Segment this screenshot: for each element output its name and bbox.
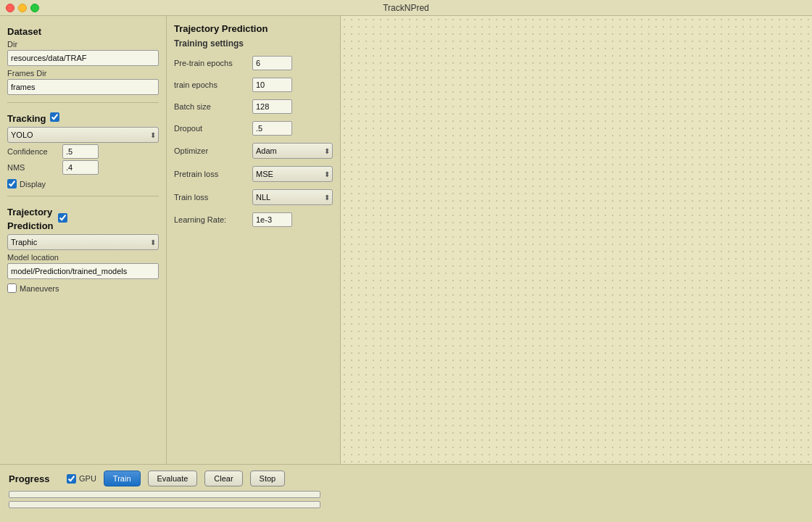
gpu-text: GPU: [79, 474, 96, 483]
train-button[interactable]: Train: [104, 471, 141, 486]
tracking-model-wrapper: YOLO SSD Faster-RCNN: [7, 127, 159, 143]
optimizer-select[interactable]: Adam SGD RMSProp: [252, 143, 333, 159]
tracking-checkbox[interactable]: [50, 112, 59, 122]
middle-panel: Trajectory Prediction Training settings …: [167, 16, 341, 464]
maximize-button[interactable]: [30, 4, 39, 12]
separator-1: [7, 102, 159, 103]
batch-size-input[interactable]: [252, 99, 292, 114]
train-epochs-input[interactable]: [252, 78, 292, 92]
optimizer-wrapper: Adam SGD RMSProp: [252, 143, 333, 159]
confidence-label: Confidence: [7, 147, 58, 156]
tracking-header: Tracking: [7, 110, 159, 124]
display-checkbox[interactable]: [7, 179, 17, 188]
dropout-input[interactable]: [252, 121, 292, 136]
confidence-input[interactable]: [62, 144, 99, 159]
pretrain-loss-wrapper: MSE MAE BCE: [252, 166, 333, 182]
pretrain-loss-select[interactable]: MSE MAE BCE: [252, 166, 333, 182]
dataset-section: Dataset Dir Frames Dir: [7, 23, 159, 95]
clear-button[interactable]: Clear: [204, 471, 242, 486]
pretrain-loss-row: Pretrain loss MSE MAE BCE: [174, 166, 333, 182]
maneuvers-label[interactable]: Maneuvers: [7, 283, 159, 293]
window-controls[interactable]: [6, 4, 39, 12]
progress-bar-1: [9, 491, 320, 498]
train-epochs-row: train epochs: [174, 78, 333, 92]
train-epochs-label: train epochs: [174, 80, 246, 89]
stop-button[interactable]: Stop: [250, 471, 286, 486]
pretrain-loss-label: Pretrain loss: [174, 170, 246, 178]
trajectory-prediction-section: Trajectory Prediction Traphic LSTM Socia…: [7, 204, 159, 293]
dropout-label: Dropout: [174, 124, 246, 133]
main-content: Dataset Dir Frames Dir Tracking YOLO SSD…: [0, 16, 812, 464]
nms-label: NMS: [7, 163, 58, 172]
traj-title-line2: Prediction: [7, 220, 54, 231]
pretrain-epochs-input[interactable]: [252, 56, 292, 70]
frames-dir-input[interactable]: [7, 79, 159, 95]
pretrain-epochs-label: Pre-train epochs: [174, 59, 246, 67]
tracking-title: Tracking: [7, 113, 46, 124]
dir-label: Dir: [7, 40, 159, 49]
train-loss-select[interactable]: NLL MSE BCE: [252, 189, 333, 205]
nms-row: NMS: [7, 160, 159, 175]
maneuvers-text: Maneuvers: [20, 284, 59, 293]
title-bar: TrackNPred: [0, 0, 812, 16]
evaluate-button[interactable]: Evaluate: [148, 471, 198, 486]
optimizer-row: Optimizer Adam SGD RMSProp: [174, 143, 333, 159]
right-panel: [341, 16, 812, 464]
dir-input[interactable]: [7, 50, 159, 66]
batch-size-label: Batch size: [174, 102, 246, 111]
traj-title-block: Trajectory Prediction: [7, 204, 54, 231]
bottom-bar: Progress GPU Train Evaluate Clear Stop: [0, 464, 812, 522]
bottom-controls-row: Progress GPU Train Evaluate Clear Stop: [9, 471, 803, 486]
mid-subtitle: Training settings: [174, 38, 333, 49]
traj-title-line1: Trajectory: [7, 207, 54, 218]
maneuvers-checkbox[interactable]: [7, 283, 17, 293]
traj-model-select[interactable]: Traphic LSTM Social Force: [7, 234, 159, 250]
traj-checkbox[interactable]: [58, 213, 67, 223]
progress-bar-2: [9, 501, 320, 508]
display-text: Display: [20, 180, 46, 188]
frames-dir-label: Frames Dir: [7, 69, 159, 78]
model-location-label: Model location: [7, 253, 159, 262]
optimizer-label: Optimizer: [174, 146, 246, 155]
mid-title: Trajectory Prediction: [174, 23, 333, 34]
learning-rate-row: Learning Rate:: [174, 212, 333, 227]
traj-model-wrapper: Traphic LSTM Social Force: [7, 234, 159, 250]
tracking-model-select[interactable]: YOLO SSD Faster-RCNN: [7, 127, 159, 143]
tracking-section: Tracking YOLO SSD Faster-RCNN Confidence…: [7, 110, 159, 188]
pretrain-epochs-row: Pre-train epochs: [174, 56, 333, 70]
progress-bars: [9, 491, 320, 508]
train-loss-label: Train loss: [174, 193, 246, 202]
progress-bars-row: [9, 491, 803, 508]
learning-rate-label: Learning Rate:: [174, 215, 246, 224]
minimize-button[interactable]: [18, 4, 27, 12]
train-loss-row: Train loss NLL MSE BCE: [174, 189, 333, 205]
confidence-row: Confidence: [7, 144, 159, 159]
train-loss-wrapper: NLL MSE BCE: [252, 189, 333, 205]
progress-label: Progress: [9, 473, 59, 484]
separator-2: [7, 196, 159, 196]
display-label[interactable]: Display: [7, 179, 159, 188]
close-button[interactable]: [6, 4, 14, 12]
dropout-row: Dropout: [174, 121, 333, 136]
batch-size-row: Batch size: [174, 99, 333, 114]
dataset-title: Dataset: [7, 26, 159, 37]
gpu-checkbox[interactable]: [67, 474, 76, 484]
learning-rate-input[interactable]: [252, 212, 292, 227]
app-title: TrackNPred: [383, 3, 429, 13]
traj-header: Trajectory Prediction: [7, 204, 159, 231]
model-location-input[interactable]: [7, 263, 159, 279]
left-panel: Dataset Dir Frames Dir Tracking YOLO SSD…: [0, 16, 167, 464]
gpu-label[interactable]: GPU: [67, 474, 96, 484]
nms-input[interactable]: [62, 160, 99, 175]
